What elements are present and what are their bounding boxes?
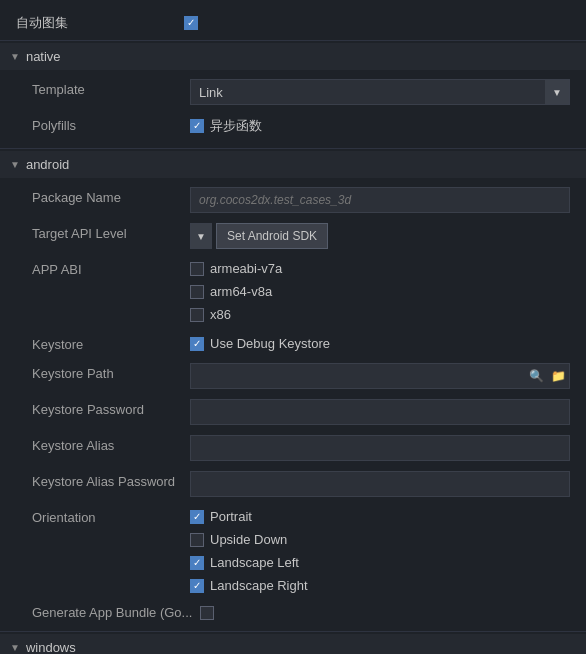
template-select[interactable]: Link ▼ <box>190 79 570 105</box>
android-form-section: Package Name Target API Level ▼ Set Andr… <box>0 178 586 629</box>
keystore-alias-password-label: Keystore Alias Password <box>32 471 190 489</box>
orientation-label: Orientation <box>32 507 190 525</box>
keystore-alias-control <box>190 435 570 461</box>
abi-arm64-item: arm64-v8a <box>190 282 570 301</box>
orientation-upside-item: Upside Down <box>190 530 570 549</box>
template-select-value: Link <box>191 82 545 103</box>
orientation-landscape-right-label: Landscape Right <box>210 578 308 593</box>
polyfills-checkbox-item: 异步函数 <box>190 115 570 137</box>
abi-x86-label: x86 <box>210 307 231 322</box>
auto-collect-row: 自动图集 <box>0 8 586 38</box>
polyfills-control: 异步函数 <box>190 115 570 137</box>
orientation-landscape-left-item: Landscape Left <box>190 553 570 572</box>
polyfills-label: Polyfills <box>32 115 190 133</box>
android-section-header[interactable]: ▼ android <box>0 151 586 178</box>
keystore-path-control: 🔍 📁 <box>190 363 570 389</box>
keystore-path-wrapper: 🔍 📁 <box>190 363 570 389</box>
abi-armeabi-item: armeabi-v7a <box>190 259 570 278</box>
keystore-alias-password-row: Keystore Alias Password <box>0 466 586 502</box>
target-api-control: ▼ Set Android SDK <box>190 223 570 249</box>
settings-container: 自动图集 ▼ native Template Link ▼ Polyfills <box>0 0 586 654</box>
keystore-alias-row: Keystore Alias <box>0 430 586 466</box>
keystore-control: Use Debug Keystore <box>190 334 570 353</box>
orientation-landscape-right-item: Landscape Right <box>190 576 570 595</box>
abi-armeabi-checkbox[interactable] <box>190 262 204 276</box>
api-level-controls: ▼ Set Android SDK <box>190 223 328 249</box>
keystore-alias-password-control <box>190 471 570 497</box>
template-label: Template <box>32 79 190 97</box>
keystore-password-label: Keystore Password <box>32 399 190 417</box>
android-section-label: android <box>26 157 69 172</box>
keystore-alias-password-input[interactable] <box>190 471 570 497</box>
native-arrow-icon: ▼ <box>10 51 20 62</box>
abi-arm64-checkbox[interactable] <box>190 285 204 299</box>
orientation-landscape-left-checkbox[interactable] <box>190 556 204 570</box>
generate-app-bundle-label: Generate App Bundle (Go... <box>32 605 192 620</box>
package-name-row: Package Name <box>0 182 586 218</box>
keystore-password-input[interactable] <box>190 399 570 425</box>
template-select-arrow-icon[interactable]: ▼ <box>545 80 569 104</box>
package-name-input[interactable] <box>190 187 570 213</box>
auto-collect-checkbox[interactable] <box>184 16 198 30</box>
polyfills-checkbox[interactable] <box>190 119 204 133</box>
api-level-arrow-icon[interactable]: ▼ <box>190 223 212 249</box>
orientation-row: Orientation Portrait Upside Down Landsca… <box>0 502 586 600</box>
orientation-upside-label: Upside Down <box>210 532 287 547</box>
keystore-path-input[interactable] <box>191 366 525 387</box>
keystore-password-control <box>190 399 570 425</box>
orientation-landscape-left-label: Landscape Left <box>210 555 299 570</box>
orientation-portrait-label: Portrait <box>210 509 252 524</box>
keystore-alias-input[interactable] <box>190 435 570 461</box>
app-abi-label: APP ABI <box>32 259 190 277</box>
abi-arm64-label: arm64-v8a <box>210 284 272 299</box>
keystore-label: Keystore <box>32 334 190 352</box>
package-name-label: Package Name <box>32 187 190 205</box>
polyfills-checkbox-label: 异步函数 <box>210 117 262 135</box>
native-section-label: native <box>26 49 61 64</box>
windows-section-label: windows <box>26 640 76 654</box>
auto-collect-label: 自动图集 <box>16 14 176 32</box>
search-icon[interactable]: 🔍 <box>525 364 547 388</box>
native-form-section: Template Link ▼ Polyfills 异步函数 <box>0 70 586 146</box>
orientation-portrait-item: Portrait <box>190 507 570 526</box>
template-row: Template Link ▼ <box>0 74 586 110</box>
keystore-checkbox-label: Use Debug Keystore <box>210 336 330 351</box>
keystore-path-label: Keystore Path <box>32 363 190 381</box>
windows-section-header[interactable]: ▼ windows <box>0 634 586 654</box>
polyfills-row: Polyfills 异步函数 <box>0 110 586 142</box>
generate-app-bundle-row: Generate App Bundle (Go... <box>0 600 586 625</box>
keystore-row: Keystore Use Debug Keystore <box>0 329 586 358</box>
app-abi-control: armeabi-v7a arm64-v8a x86 <box>190 259 570 324</box>
target-api-label: Target API Level <box>32 223 190 241</box>
keystore-checkbox[interactable] <box>190 337 204 351</box>
orientation-control: Portrait Upside Down Landscape Left Land… <box>190 507 570 595</box>
target-api-row: Target API Level ▼ Set Android SDK <box>0 218 586 254</box>
native-section-header[interactable]: ▼ native <box>0 43 586 70</box>
generate-app-bundle-checkbox[interactable] <box>200 606 214 620</box>
app-abi-row: APP ABI armeabi-v7a arm64-v8a x86 <box>0 254 586 329</box>
windows-arrow-icon: ▼ <box>10 642 20 653</box>
abi-x86-item: x86 <box>190 305 570 324</box>
abi-armeabi-label: armeabi-v7a <box>210 261 282 276</box>
set-android-sdk-button[interactable]: Set Android SDK <box>216 223 328 249</box>
keystore-checkbox-item: Use Debug Keystore <box>190 334 570 353</box>
abi-x86-checkbox[interactable] <box>190 308 204 322</box>
orientation-portrait-checkbox[interactable] <box>190 510 204 524</box>
keystore-alias-label: Keystore Alias <box>32 435 190 453</box>
keystore-password-row: Keystore Password <box>0 394 586 430</box>
package-name-control <box>190 187 570 213</box>
orientation-landscape-right-checkbox[interactable] <box>190 579 204 593</box>
keystore-path-row: Keystore Path 🔍 📁 <box>0 358 586 394</box>
android-arrow-icon: ▼ <box>10 159 20 170</box>
orientation-upside-checkbox[interactable] <box>190 533 204 547</box>
folder-icon[interactable]: 📁 <box>547 364 569 388</box>
template-control: Link ▼ <box>190 79 570 105</box>
